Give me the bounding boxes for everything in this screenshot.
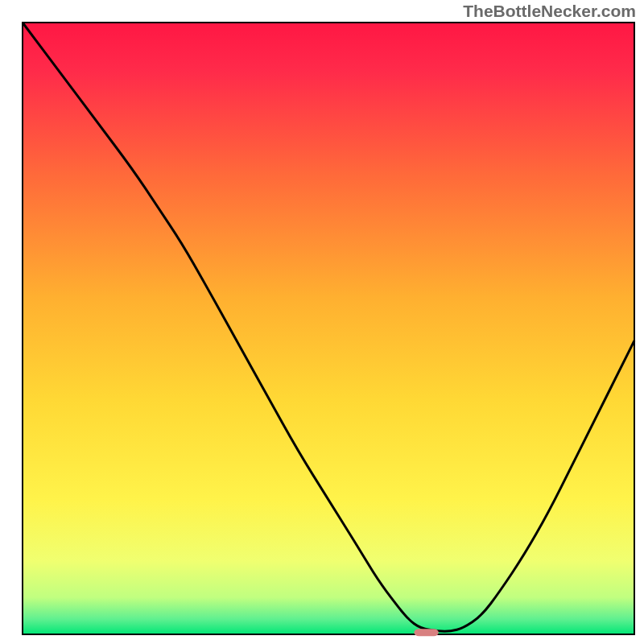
optimal-marker (414, 629, 438, 636)
chart-svg (0, 0, 644, 644)
watermark-text: TheBottleNecker.com (463, 2, 636, 21)
plot-background (23, 23, 634, 634)
bottleneck-chart: TheBottleNecker.com (0, 0, 644, 644)
